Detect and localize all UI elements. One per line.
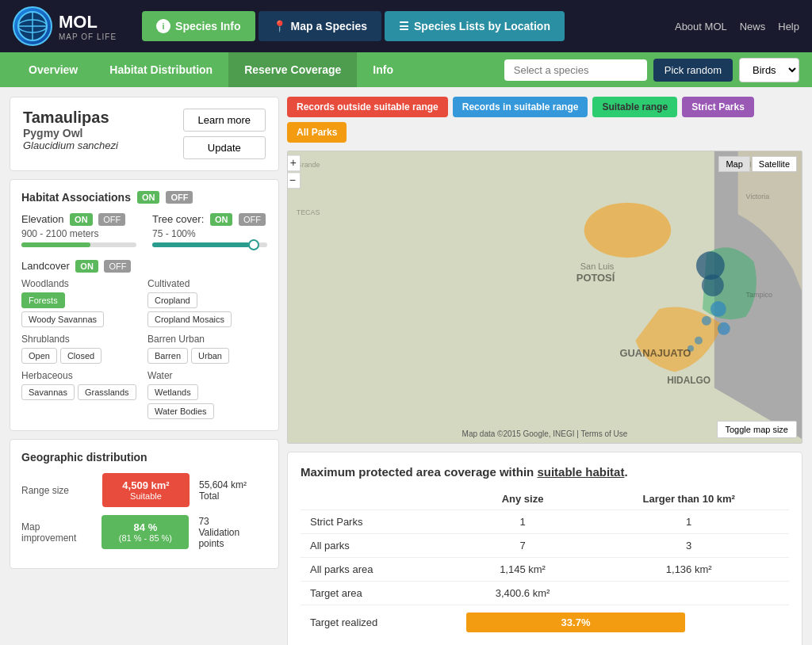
tag-water-bodies[interactable]: Water Bodies [147, 403, 214, 419]
geo-range-row: Range size 4,509 km² Suitable 55,604 km²… [21, 473, 267, 507]
tag-wetlands[interactable]: Wetlands [147, 384, 198, 400]
subnav-reserve-coverage[interactable]: Reserve Coverage [228, 52, 357, 87]
cultivated-col: Cultivated Cropland Cropland Mosaics [147, 278, 267, 327]
badge-suitable-range[interactable]: Suitable range [592, 97, 677, 117]
subnav-right: Pick random Birds [504, 58, 799, 82]
species-header: Tamaulipas Pygmy Owl Glaucidium sanchezi… [10, 97, 279, 171]
reserve-title: Maximum protected area coverage within s… [301, 465, 789, 479]
nav-tab-species-lists[interactable]: ☰ Species Lists by Location [385, 11, 565, 41]
badge-records-outside[interactable]: Records outside suitable range [287, 97, 448, 117]
nav-tab-species-lists-label: Species Lists by Location [414, 20, 550, 32]
shrublands-col: Shrublands Open Closed [21, 334, 141, 364]
shrublands-title: Shrublands [21, 334, 141, 345]
map-btn-satellite[interactable]: Satellite [752, 156, 797, 172]
habitat-toggle-off[interactable]: OFF [166, 191, 193, 204]
geo-improvement-row: Map improvement 84 % (81 % - 85 %) 73 Va… [21, 515, 267, 549]
landcover-toggle-off[interactable]: OFF [104, 260, 131, 273]
tag-urban[interactable]: Urban [191, 348, 229, 364]
help-link[interactable]: Help [778, 21, 799, 32]
tag-savannas[interactable]: Savannas [21, 384, 75, 400]
nav-tab-species-info[interactable]: i Species Info [142, 11, 255, 41]
species-scientific-name: Glaucidium sanchezi [23, 139, 118, 151]
tag-cropland[interactable]: Cropland [147, 292, 197, 308]
map-btn-map[interactable]: Map [718, 156, 749, 172]
subnav-habitat-distribution[interactable]: Habitat Distribution [94, 52, 228, 87]
landcover-toggle-on[interactable]: ON [75, 260, 98, 273]
nav-tab-map-species[interactable]: 📍 Map a Species [259, 11, 382, 41]
learn-more-button[interactable]: Learn more [183, 109, 266, 132]
elevation-toggle-off[interactable]: OFF [98, 213, 125, 226]
row-larger-strict: 1 [588, 510, 789, 534]
treecover-slider[interactable] [152, 242, 267, 247]
badge-strict-parks[interactable]: Strict Parks [682, 97, 754, 117]
map-pin-icon: 📍 [273, 20, 286, 32]
row-label: Target area [301, 582, 457, 605]
badge-records-inside[interactable]: Records in suitable range [453, 97, 588, 117]
treecover-col: Tree cover: ON OFF 75 - 100% [152, 213, 267, 250]
svg-point-8 [710, 301, 726, 317]
table-row: Strict Parks 1 1 [301, 510, 789, 534]
subnav-info[interactable]: Info [357, 52, 409, 87]
reserve-table: Any size Larger than 10 km² Strict Parks… [301, 488, 789, 639]
logo-sub-text: MAP OF LIFE [59, 32, 117, 41]
water-tags: Wetlands Water Bodies [147, 384, 267, 419]
tag-grasslands[interactable]: Grasslands [78, 384, 136, 400]
elevation-slider[interactable] [21, 242, 136, 247]
herbaceous-col: Herbaceous Savannas Grasslands [21, 370, 141, 419]
habitat-title-text: Habitat Associations [21, 191, 131, 204]
row-any-area: 1,145 km² [457, 558, 589, 582]
svg-text:HIDALGO: HIDALGO [667, 375, 710, 386]
svg-point-11 [695, 337, 703, 345]
col-header-any-size: Any size [457, 488, 589, 510]
birds-dropdown[interactable]: Birds [739, 58, 799, 82]
row-label: All parks [301, 534, 457, 558]
geo-total: 55,604 km² Total [199, 479, 247, 502]
row-larger-all: 3 [588, 534, 789, 558]
species-select-input[interactable] [504, 59, 647, 81]
geo-improvement-label: Map improvement [21, 521, 92, 544]
about-mol-link[interactable]: About MOL [675, 21, 727, 32]
elevation-col: Elevation ON OFF 900 - 2100 meters [21, 213, 136, 250]
pick-random-button[interactable]: Pick random [653, 59, 733, 82]
map-svg: San Luis POTOSÍ GUANAJUATO HIDALGO TECAS… [288, 151, 802, 443]
tag-closed[interactable]: Closed [60, 348, 102, 364]
badge-all-parks[interactable]: All Parks [287, 122, 347, 143]
habitat-elevation-treecover-row: Elevation ON OFF 900 - 2100 meters Tree … [21, 213, 267, 250]
info-icon: i [156, 19, 170, 33]
treecover-toggle-on[interactable]: ON [210, 213, 233, 226]
species-name-block: Tamaulipas Pygmy Owl Glaucidium sanchezi [23, 109, 118, 151]
treecover-toggle-off[interactable]: OFF [239, 213, 266, 226]
tag-cropland-mosaics[interactable]: Cropland Mosaics [147, 311, 232, 327]
min-reserve-row: Minimum reserve size: [301, 639, 789, 645]
barren-urban-title: Barren Urban [147, 334, 267, 345]
geo-distribution-box: Geographic distribution Range size 4,509… [10, 439, 279, 569]
treecover-range: 75 - 100% [152, 228, 267, 239]
table-row: All parks area 1,145 km² 1,136 km² [301, 558, 789, 582]
tag-woody-savannas[interactable]: Woody Savannas [21, 311, 104, 327]
subnav-overview[interactable]: Overview [13, 52, 94, 87]
news-link[interactable]: News [740, 21, 766, 32]
right-panel: Records outside suitable range Records i… [287, 97, 802, 645]
tag-open[interactable]: Open [21, 348, 57, 364]
geo-range-label: Range size [21, 485, 93, 496]
svg-point-10 [702, 316, 711, 326]
col-header-label [301, 488, 457, 510]
svg-text:GUANAJUATO: GUANAJUATO [619, 347, 691, 359]
svg-text:San Luis: San Luis [580, 261, 615, 271]
svg-point-9 [718, 322, 730, 335]
row-label-target-realized: Target realized [301, 605, 457, 640]
reserve-title-highlight: suitable habitat [537, 465, 624, 479]
main-header: MOL MAP OF LIFE i Species Info 📍 Map a S… [0, 0, 812, 52]
tag-forests[interactable]: Forests [21, 292, 65, 308]
species-common-subtitle: Pygmy Owl [23, 127, 118, 139]
toggle-map-size-button[interactable]: Toggle map size [717, 421, 798, 438]
reserve-coverage-box: Maximum protected area coverage within s… [287, 452, 802, 645]
habitat-toggle-on[interactable]: ON [137, 191, 160, 204]
landcover-section: Landcover ON OFF Woodlands Forests Woody… [21, 260, 267, 419]
geo-validation-count: 73 [198, 516, 267, 527]
update-button[interactable]: Update [183, 136, 266, 159]
row-any-strict: 1 [457, 510, 589, 534]
geo-range-type: Suitable [113, 491, 178, 501]
tag-barren[interactable]: Barren [147, 348, 188, 364]
elevation-toggle-on[interactable]: ON [70, 213, 93, 226]
